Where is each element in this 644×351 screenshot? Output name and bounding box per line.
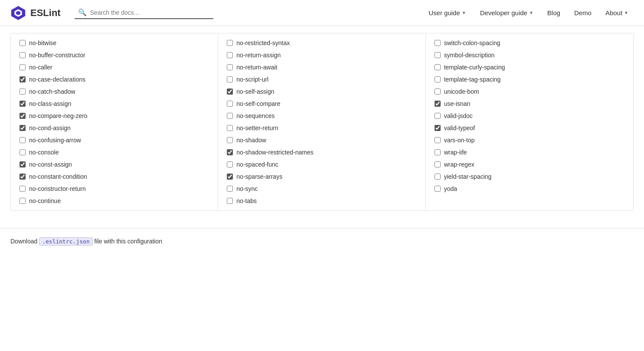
rule-label-no-case-declarations: no-case-declarations: [29, 76, 85, 83]
nav-about[interactable]: About ▼: [600, 6, 634, 20]
rules-grid: no-bitwiseno-buffer-constructorno-caller…: [10, 33, 634, 211]
rule-item: no-caller: [18, 61, 211, 73]
rule-label-no-setter-return: no-setter-return: [236, 125, 278, 131]
rule-label-template-tag-spacing: template-tag-spacing: [444, 76, 501, 83]
rule-item: no-case-declarations: [18, 73, 211, 85]
logo-text: ESLint: [30, 7, 61, 19]
rule-label-template-curly-spacing: template-curly-spacing: [444, 64, 505, 71]
checkbox-no-constant-condition[interactable]: [20, 174, 26, 180]
nav-developer-guide[interactable]: Developer guide ▼: [475, 6, 539, 20]
rule-label-no-script-url: no-script-url: [236, 76, 268, 83]
rule-item: valid-typeof: [433, 122, 626, 134]
checkbox-no-setter-return[interactable]: [227, 125, 233, 131]
checkbox-wrap-iife[interactable]: [435, 149, 441, 155]
rule-item: no-constant-condition: [18, 171, 211, 183]
checkbox-no-sync[interactable]: [227, 186, 233, 192]
rule-label-no-caller: no-caller: [29, 64, 52, 71]
rule-item: symbol-description: [433, 49, 626, 61]
checkbox-no-buffer-constructor[interactable]: [20, 52, 26, 58]
rule-label-no-shadow: no-shadow: [236, 137, 266, 144]
search-container: 🔍: [75, 7, 213, 19]
rule-label-no-sparse-arrays: no-sparse-arrays: [236, 173, 282, 180]
checkbox-valid-jsdoc[interactable]: [435, 113, 441, 119]
rule-item: no-cond-assign: [18, 122, 211, 134]
nav-demo[interactable]: Demo: [569, 6, 597, 20]
checkbox-template-tag-spacing[interactable]: [435, 76, 441, 82]
rule-item: no-script-url: [225, 73, 418, 85]
checkbox-template-curly-spacing[interactable]: [435, 64, 441, 70]
checkbox-no-shadow[interactable]: [227, 137, 233, 143]
checkbox-wrap-regex[interactable]: [435, 161, 441, 167]
nav: User guide ▼ Developer guide ▼ Blog Demo…: [423, 6, 634, 20]
rule-item: valid-jsdoc: [433, 110, 626, 122]
nav-demo-label: Demo: [574, 9, 592, 16]
checkbox-yield-star-spacing[interactable]: [435, 174, 441, 180]
rule-item: no-self-compare: [225, 98, 418, 110]
rule-label-no-tabs: no-tabs: [236, 197, 257, 204]
checkbox-no-self-assign[interactable]: [227, 89, 233, 95]
rule-label-no-buffer-constructor: no-buffer-constructor: [29, 52, 85, 59]
rule-label-yield-star-spacing: yield-star-spacing: [444, 173, 492, 180]
search-input[interactable]: [90, 9, 210, 16]
checkbox-no-continue[interactable]: [20, 198, 26, 204]
checkbox-no-console[interactable]: [20, 149, 26, 155]
rule-label-no-constructor-return: no-constructor-return: [29, 185, 86, 192]
checkbox-no-case-declarations[interactable]: [20, 76, 26, 82]
checkbox-symbol-description[interactable]: [435, 52, 441, 58]
rule-item: no-sync: [225, 183, 418, 195]
checkbox-vars-on-top[interactable]: [435, 137, 441, 143]
checkbox-no-sequences[interactable]: [227, 113, 233, 119]
checkbox-no-spaced-func[interactable]: [227, 161, 233, 167]
download-link[interactable]: .eslintrc.json: [39, 238, 93, 245]
checkbox-yoda[interactable]: [435, 186, 441, 192]
rule-item: no-shadow: [225, 134, 418, 146]
checkbox-no-catch-shadow[interactable]: [20, 89, 26, 95]
rule-item: no-return-assign: [225, 49, 418, 61]
checkbox-no-cond-assign[interactable]: [20, 125, 26, 131]
rule-label-switch-colon-spacing: switch-colon-spacing: [444, 39, 500, 46]
checkbox-switch-colon-spacing[interactable]: [435, 40, 441, 46]
nav-user-guide[interactable]: User guide ▼: [423, 6, 471, 20]
checkbox-no-bitwise[interactable]: [20, 40, 26, 46]
checkbox-no-self-compare[interactable]: [227, 101, 233, 107]
rule-item: no-const-assign: [18, 158, 211, 171]
footer: Download .eslintrc.json file with this c…: [0, 228, 644, 254]
checkbox-no-compare-neg-zero[interactable]: [20, 113, 26, 119]
checkbox-no-shadow-restricted-names[interactable]: [227, 149, 233, 155]
checkbox-no-restricted-syntax[interactable]: [227, 40, 233, 46]
rule-item: no-continue: [18, 195, 211, 207]
logo[interactable]: ESLint: [10, 5, 61, 21]
checkbox-no-return-await[interactable]: [227, 64, 233, 70]
search-icon: 🔍: [78, 8, 87, 16]
nav-about-arrow: ▼: [624, 10, 628, 15]
checkbox-no-tabs[interactable]: [227, 198, 233, 204]
checkbox-no-sparse-arrays[interactable]: [227, 174, 233, 180]
checkbox-no-script-url[interactable]: [227, 76, 233, 82]
nav-blog[interactable]: Blog: [542, 6, 566, 20]
checkbox-use-isnan[interactable]: [435, 101, 441, 107]
rule-label-valid-typeof: valid-typeof: [444, 125, 475, 131]
rules-column-1: no-restricted-syntaxno-return-assignno-r…: [218, 33, 425, 210]
checkbox-no-caller[interactable]: [20, 64, 26, 70]
footer-text-after: file with this configuration: [93, 238, 162, 245]
rule-item: no-bitwise: [18, 37, 211, 49]
rule-label-no-shadow-restricted-names: no-shadow-restricted-names: [236, 149, 313, 156]
checkbox-no-constructor-return[interactable]: [20, 186, 26, 192]
rule-item: no-class-assign: [18, 98, 211, 110]
nav-about-label: About: [605, 9, 622, 16]
rule-item: yield-star-spacing: [433, 171, 626, 183]
checkbox-no-confusing-arrow[interactable]: [20, 137, 26, 143]
checkbox-no-class-assign[interactable]: [20, 101, 26, 107]
checkbox-no-return-assign[interactable]: [227, 52, 233, 58]
rule-item: switch-colon-spacing: [433, 37, 626, 49]
checkbox-unicode-bom[interactable]: [435, 89, 441, 95]
rule-label-vars-on-top: vars-on-top: [444, 137, 475, 144]
checkbox-valid-typeof[interactable]: [435, 125, 441, 131]
rule-item: no-confusing-arrow: [18, 134, 211, 146]
rule-label-no-self-assign: no-self-assign: [236, 88, 274, 95]
rule-label-wrap-iife: wrap-iife: [444, 149, 467, 156]
rules-column-0: no-bitwiseno-buffer-constructorno-caller…: [11, 33, 218, 210]
checkbox-no-const-assign[interactable]: [20, 161, 26, 167]
rule-item: template-tag-spacing: [433, 73, 626, 85]
header: ESLint 🔍 User guide ▼ Developer guide ▼ …: [0, 0, 644, 26]
